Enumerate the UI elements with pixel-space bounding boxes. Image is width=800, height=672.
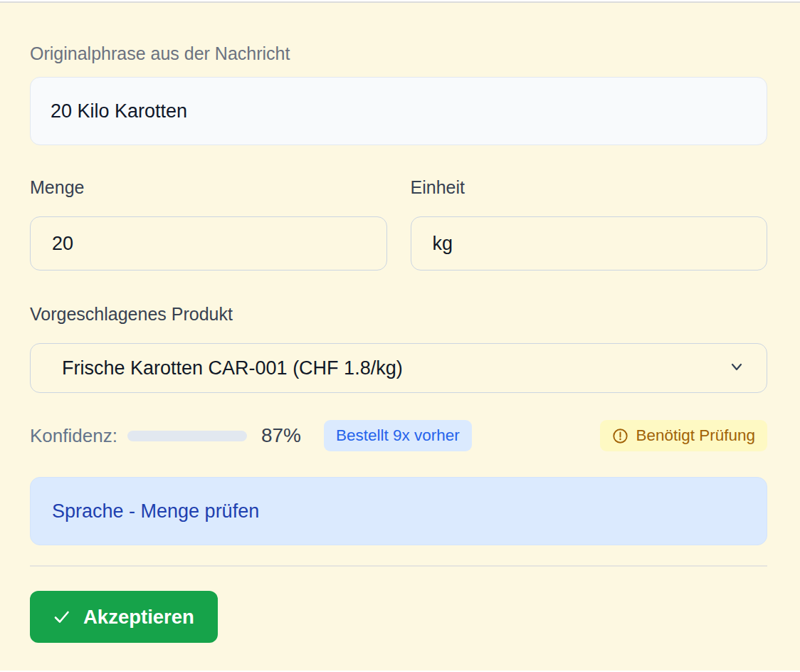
product-select[interactable]: Frische Karotten CAR-001 (CHF 1.8/kg) — [30, 343, 767, 393]
product-select-value: Frische Karotten CAR-001 (CHF 1.8/kg) — [62, 357, 403, 379]
unit-field-group: Einheit — [411, 177, 768, 271]
product-label: Vorgeschlagenes Produkt — [30, 303, 767, 325]
confidence-progress-bar — [127, 431, 247, 441]
order-history-badge-label: Bestellt 9x vorher — [336, 426, 460, 445]
quantity-label: Menge — [30, 177, 387, 198]
quantity-unit-row: Menge Einheit — [30, 177, 767, 271]
confidence-row: Konfidenz: 87% Bestellt 9x vorher Benöti… — [30, 420, 767, 451]
alert-circle-icon — [612, 428, 628, 444]
unit-label: Einheit — [411, 177, 768, 198]
review-panel-viewport: Originalphrase aus der Nachricht Menge E… — [0, 0, 800, 672]
original-phrase-label: Originalphrase aus der Nachricht — [30, 3, 767, 64]
confidence-percent: 87% — [261, 424, 301, 447]
confidence-label: Konfidenz: — [30, 425, 117, 447]
section-divider — [30, 565, 767, 567]
needs-review-badge: Benötigt Prüfung — [600, 420, 767, 451]
accept-button-label: Akzeptieren — [83, 606, 194, 629]
original-phrase-input[interactable] — [30, 77, 767, 145]
unit-input[interactable] — [411, 216, 768, 271]
review-reason-text: Sprache - Menge prüfen — [52, 500, 259, 523]
needs-review-badge-label: Benötigt Prüfung — [636, 426, 755, 445]
order-item-review-card: Originalphrase aus der Nachricht Menge E… — [0, 3, 800, 671]
quantity-field-group: Menge — [30, 177, 387, 271]
quantity-input[interactable] — [30, 216, 387, 271]
review-reason-note: Sprache - Menge prüfen — [30, 477, 767, 545]
order-history-badge: Bestellt 9x vorher — [324, 420, 472, 451]
chevron-down-icon — [728, 358, 745, 378]
accept-button[interactable]: Akzeptieren — [30, 591, 218, 643]
check-icon — [52, 607, 71, 626]
